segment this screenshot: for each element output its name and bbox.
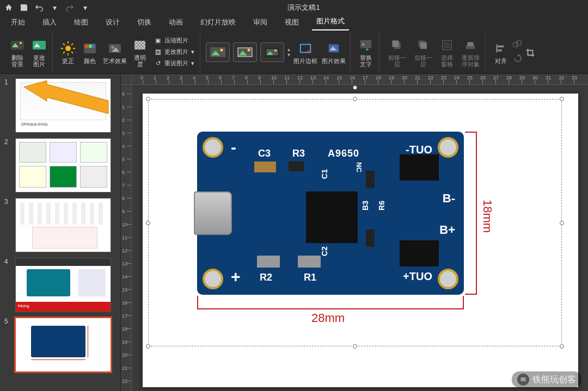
thumb-caption: fritzing xyxy=(16,302,111,312)
artistic-effects-button[interactable]: 艺术效果 xyxy=(102,39,128,65)
redo-icon xyxy=(65,3,74,12)
resize-handle[interactable] xyxy=(146,344,150,349)
reorder-icon xyxy=(463,38,478,53)
slide-thumb-1[interactable]: 1 DFRobot-SVGs xyxy=(15,78,115,133)
svg-rect-36 xyxy=(420,42,427,49)
svg-rect-29 xyxy=(308,51,311,52)
tab-transition[interactable]: 切换 xyxy=(133,14,156,30)
slide-thumb-2[interactable]: 2 xyxy=(15,138,115,193)
dimension-tick xyxy=(197,296,198,309)
picture-effects-button[interactable]: 图片效果 xyxy=(321,39,347,65)
corrections-label: 更正 xyxy=(62,58,74,64)
crop-icon xyxy=(523,45,538,60)
tab-picture-format[interactable]: 图片格式 xyxy=(312,13,349,30)
silk-label: R2 xyxy=(260,272,272,283)
color-button[interactable]: 颜色 xyxy=(80,39,100,65)
reset-picture-button[interactable]: ↺重设图片 ▾ xyxy=(152,58,197,69)
tab-design[interactable]: 设计 xyxy=(101,14,124,30)
resize-handle[interactable] xyxy=(146,221,150,225)
slide-number: 2 xyxy=(4,138,8,146)
compress-button[interactable]: ▣压缩图片 xyxy=(152,35,197,46)
corrections-button[interactable]: 更正 xyxy=(58,39,78,65)
slide-number: 4 xyxy=(4,258,8,265)
svg-rect-15 xyxy=(93,45,95,48)
crop-button[interactable] xyxy=(525,43,536,61)
transparency-label: 透明度 xyxy=(131,54,149,67)
gallery-more-icon[interactable]: ▴▾ xyxy=(287,47,290,58)
group-icon[interactable] xyxy=(513,40,523,51)
slide-number: 3 xyxy=(4,198,8,206)
slide-panel[interactable]: 1 DFRobot-SVGs 2 3 4 xyxy=(0,74,121,391)
align-button[interactable]: 对齐 xyxy=(491,39,511,65)
style-thumb[interactable] xyxy=(260,42,284,62)
tab-insert[interactable]: 插入 xyxy=(38,14,61,30)
canvas-area[interactable]: 0123456789101112131415161718192021222324… xyxy=(121,74,588,391)
change-picture-button[interactable]: 更改 图片 xyxy=(29,35,49,69)
slide-thumb-4[interactable]: 4 fritzing xyxy=(15,258,115,312)
home-icon[interactable] xyxy=(4,3,13,12)
slide-thumb-5[interactable]: 5 xyxy=(15,318,115,372)
silk-label: C1 xyxy=(320,169,329,179)
svg-rect-0 xyxy=(11,41,24,49)
rotate-handle[interactable] xyxy=(353,85,357,90)
send-backward-button[interactable]: 后移一层 xyxy=(411,35,435,69)
save-icon[interactable] xyxy=(20,3,28,12)
smd-res xyxy=(257,256,280,268)
picture-border-button[interactable]: 图片边框 xyxy=(292,39,318,65)
svg-point-27 xyxy=(274,49,277,52)
slide-canvas[interactable]: C3 R3 A9650 -TUO R2 R1 C1 C2 B3 R6 B- B+… xyxy=(143,94,578,387)
selection-pane-button[interactable]: 选择 窗格 xyxy=(437,35,457,69)
style-thumb[interactable] xyxy=(206,42,230,62)
pcb-image[interactable]: C3 R3 A9650 -TUO R2 R1 C1 C2 B3 R6 B- B+… xyxy=(197,132,464,295)
dimension-tick xyxy=(465,294,477,295)
svg-text:A: A xyxy=(362,42,365,47)
border-icon xyxy=(298,41,313,56)
alt-text-button[interactable]: A 替换 文字 xyxy=(356,35,376,69)
style-thumb[interactable] xyxy=(233,42,257,62)
tab-view[interactable]: 视图 xyxy=(280,14,303,30)
resize-handle[interactable] xyxy=(353,344,357,349)
resize-handle[interactable] xyxy=(146,97,150,101)
reorder-button[interactable]: 重新排 序对象 xyxy=(459,35,482,69)
bring-forward-button[interactable]: 前移一层 xyxy=(385,35,409,69)
svg-point-17 xyxy=(111,46,114,49)
qat-dropdown-icon[interactable]: ▾ xyxy=(50,3,59,12)
send-back-icon xyxy=(415,38,431,53)
reorder-label: 重新排 序对象 xyxy=(462,54,480,67)
align-icon xyxy=(493,41,509,56)
resize-handle[interactable] xyxy=(560,97,564,101)
qat-more-icon[interactable]: ▾ xyxy=(81,3,89,12)
ruler-corner xyxy=(121,74,132,85)
ic-chip xyxy=(306,191,358,243)
resize-handle[interactable] xyxy=(560,344,564,349)
dimension-line-w xyxy=(197,308,464,309)
align-label: 对齐 xyxy=(495,58,507,64)
window-title: 演示文稿1 xyxy=(89,3,518,13)
svg-rect-42 xyxy=(468,42,474,46)
resize-handle[interactable] xyxy=(560,221,564,225)
undo-icon[interactable] xyxy=(35,3,44,12)
change-pic-label: 更改 图片 xyxy=(33,54,45,67)
picture-style-gallery[interactable]: ▴▾ xyxy=(206,42,290,62)
slide-number: 1 xyxy=(4,78,8,86)
remove-bg-label: 删除 背景 xyxy=(11,54,23,67)
remove-background-button[interactable]: 删除 背景 xyxy=(8,35,27,69)
tab-animation[interactable]: 动画 xyxy=(164,14,187,30)
svg-point-1 xyxy=(20,42,22,44)
tab-home[interactable]: 开始 xyxy=(7,14,29,30)
slide-thumb-3[interactable]: 3 xyxy=(15,198,115,252)
silk-label: +TUO xyxy=(403,270,432,283)
artistic-icon xyxy=(107,41,122,56)
tab-draw[interactable]: 绘图 xyxy=(70,14,93,30)
tab-review[interactable]: 审阅 xyxy=(249,14,272,30)
resize-handle[interactable] xyxy=(353,97,357,101)
svg-line-9 xyxy=(71,52,73,53)
brightness-icon xyxy=(60,41,76,56)
tab-slideshow[interactable]: 幻灯片放映 xyxy=(196,14,240,30)
svg-line-11 xyxy=(71,44,73,45)
transparency-button[interactable]: 透明度 xyxy=(130,35,150,69)
rotate-icon[interactable] xyxy=(513,54,523,64)
change-picture-mini-button[interactable]: 🖼更改图片 ▾ xyxy=(152,47,197,57)
selection-pane-icon xyxy=(439,38,455,53)
ribbon-tabs: 开始 插入 绘图 设计 切换 动画 幻灯片放映 审阅 视图 图片格式 xyxy=(0,15,588,30)
